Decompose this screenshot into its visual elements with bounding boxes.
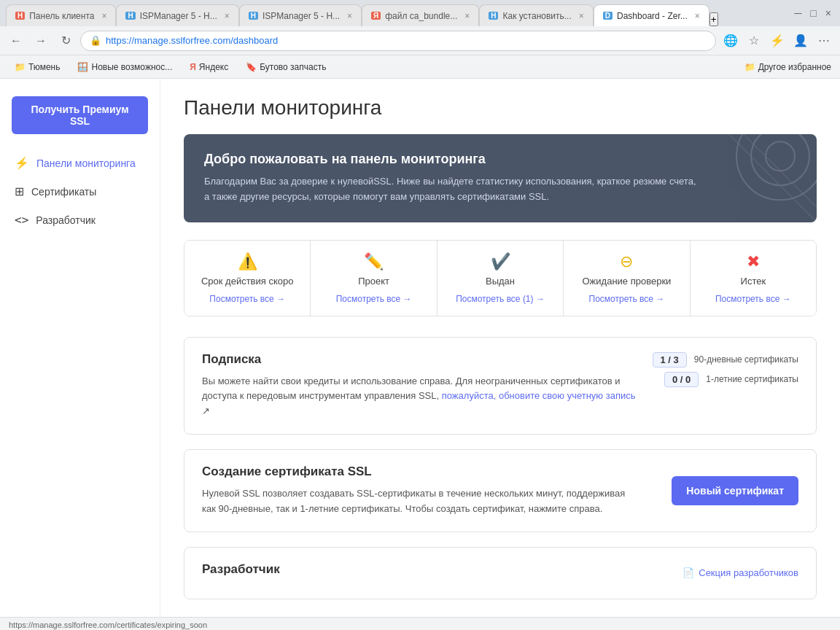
tab-close-6[interactable]: × bbox=[695, 11, 700, 21]
bookmark-novye[interactable]: 🪟 Новые возможнос... bbox=[71, 61, 178, 74]
minimize-button[interactable]: ─ bbox=[791, 7, 804, 19]
stat-card-expiring: ⚠️ Срок действия скоро Посмотреть все → … bbox=[184, 241, 311, 316]
developer-title: Разработчик bbox=[202, 562, 280, 577]
project-link[interactable]: Посмотреть все → bbox=[336, 294, 412, 304]
account-button[interactable]: 👤 bbox=[790, 31, 811, 51]
welcome-banner: Добро пожаловать на панель мониторинга Б… bbox=[184, 134, 817, 222]
developer-icon: <> bbox=[15, 213, 28, 227]
create-cert-section: Создание сертификата SSL Нулевой SSL поз… bbox=[184, 449, 817, 532]
create-cert-text: Нулевой SSL позволяет создавать SSL-серт… bbox=[202, 486, 639, 517]
refresh-button[interactable]: ↻ bbox=[55, 31, 76, 51]
cert-count-90day: 1 / 3 bbox=[653, 352, 687, 368]
sidebar-label-certificates: Сертификаты bbox=[31, 186, 96, 198]
pending-link[interactable]: Посмотреть все → bbox=[589, 294, 665, 304]
subscription-link-icon: ↗ bbox=[202, 405, 210, 416]
tab-close-4[interactable]: × bbox=[464, 11, 470, 21]
status-url: https://manage.sslforfree.com/certificat… bbox=[9, 621, 207, 629]
bookmark-label-4: Бутово запчасть bbox=[260, 62, 326, 72]
subscription-upgrade-link[interactable]: пожалуйста, обновите свою учетную запись bbox=[442, 390, 636, 401]
cert-count-row-1year: 0 / 0 1-летние сертификаты bbox=[653, 372, 798, 387]
tab-close-5[interactable]: × bbox=[579, 11, 584, 21]
bookmark-label-3: Яндекс bbox=[199, 62, 228, 72]
expiring-label: Срок действия скоро bbox=[193, 276, 301, 287]
menu-button[interactable]: ⋯ bbox=[814, 31, 834, 51]
stat-card-expired: ✖ Истек Посмотреть все → bbox=[691, 241, 816, 316]
lock-icon: 🔒 bbox=[90, 35, 101, 46]
stat-card-pending: ⊖ Ожидание проверки Посмотреть все → bbox=[564, 241, 690, 316]
window-controls: ─ □ × bbox=[791, 7, 834, 19]
sidebar-label-developer: Разработчик bbox=[36, 214, 96, 226]
sidebar-item-certificates[interactable]: ⊞ Сертификаты bbox=[0, 177, 160, 206]
browser-tab-4[interactable]: Я файл ca_bundle... × bbox=[362, 4, 479, 26]
page-wrapper: Получить Премиум SSL ⚡ Панели мониторинг… bbox=[0, 79, 840, 617]
developer-link-icon: 📄 bbox=[682, 567, 694, 578]
issued-link[interactable]: Посмотреть все (1) → bbox=[456, 294, 545, 304]
pending-label: Ожидание проверки bbox=[572, 276, 680, 287]
sidebar: Получить Премиум SSL ⚡ Панели мониторинг… bbox=[0, 79, 160, 617]
bookmark-folder-icon-1: 📁 bbox=[15, 62, 26, 72]
status-bar: https://manage.sslforfree.com/certificat… bbox=[0, 617, 840, 630]
bookmark-label-2: Новые возможнос... bbox=[91, 62, 172, 72]
premium-ssl-button[interactable]: Получить Премиум SSL bbox=[12, 96, 148, 134]
browser-chrome: H Панель клиента × H ISPManager 5 - Н...… bbox=[0, 0, 840, 79]
dashboard-icon: ⚡ bbox=[15, 156, 29, 170]
cert-count-1year-label: 1-летние сертификаты bbox=[706, 374, 798, 384]
issued-icon: ✔️ bbox=[446, 252, 554, 271]
forward-button[interactable]: → bbox=[31, 31, 51, 51]
bookmark-tyumen[interactable]: 📁 Тюмень bbox=[9, 61, 66, 74]
tab-favicon-4: Я bbox=[371, 12, 381, 20]
bookmarks-right[interactable]: 📁 Другое избранное bbox=[744, 62, 831, 72]
sidebar-item-dashboard[interactable]: ⚡ Панели мониторинга bbox=[0, 149, 160, 177]
sidebar-item-developer[interactable]: <> Разработчик bbox=[0, 206, 160, 234]
bookmark-button[interactable]: ☆ bbox=[744, 31, 764, 51]
sidebar-label-dashboard: Панели мониторинга bbox=[36, 158, 136, 169]
bookmark-yandex[interactable]: Я Яндекс bbox=[184, 61, 234, 74]
browser-toolbar: ← → ↻ 🔒 https://manage.sslforfree.com/da… bbox=[0, 26, 840, 55]
bookmark-icon-2: 🪟 bbox=[77, 62, 88, 72]
address-input[interactable]: https://manage.sslforfree.com/dashboard bbox=[106, 35, 707, 46]
tab-favicon-6: D bbox=[603, 12, 612, 20]
project-icon: ✏️ bbox=[319, 252, 427, 271]
tab-close-1[interactable]: × bbox=[101, 11, 106, 21]
tab-label-1: Панель клиента bbox=[29, 11, 94, 21]
browser-tab-5[interactable]: H Как установить... × bbox=[479, 4, 594, 26]
browser-tab-3[interactable]: H ISPManager 5 - Н... × bbox=[239, 4, 362, 26]
banner-text: Благодарим Вас за доверие к нулевойSSL. … bbox=[204, 174, 700, 205]
subscription-text: Вы можете найти свои кредиты и использов… bbox=[202, 374, 639, 419]
tab-label-4: файл ca_bundle... bbox=[385, 11, 457, 21]
developer-section: Разработчик 📄 Секция разработчиков bbox=[184, 547, 817, 599]
cert-count-row-90: 1 / 3 90-дневные сертификаты bbox=[653, 352, 798, 368]
page-title: Панели мониторинга bbox=[184, 96, 817, 120]
extensions-button[interactable]: ⚡ bbox=[767, 31, 788, 51]
tab-favicon-5: H bbox=[489, 12, 498, 20]
tab-label-2: ISPManager 5 - Н... bbox=[140, 11, 217, 21]
expired-link[interactable]: Посмотреть все → bbox=[715, 294, 791, 304]
developer-link[interactable]: 📄 Секция разработчиков bbox=[682, 567, 798, 578]
create-cert-content: Создание сертификата SSL Нулевой SSL поз… bbox=[202, 464, 639, 517]
browser-tab-1[interactable]: H Панель клиента × bbox=[6, 4, 116, 26]
main-content: Панели мониторинга Добро пожаловать на п… bbox=[160, 79, 840, 617]
expired-icon: ✖ bbox=[699, 252, 807, 271]
tab-label-6: Dashboard - Zer... bbox=[617, 11, 688, 21]
svg-point-2 bbox=[766, 141, 795, 171]
tab-close-3[interactable]: × bbox=[347, 11, 352, 21]
back-button[interactable]: ← bbox=[6, 31, 26, 51]
tab-close-2[interactable]: × bbox=[225, 11, 230, 21]
maximize-button[interactable]: □ bbox=[807, 7, 819, 19]
new-tab-button[interactable]: + bbox=[709, 12, 718, 26]
bookmark-butovo[interactable]: 🔖 Бутово запчасть bbox=[240, 61, 332, 74]
new-certificate-button[interactable]: Новый сертификат bbox=[672, 476, 798, 505]
close-button[interactable]: × bbox=[822, 7, 834, 19]
tab-favicon-2: H bbox=[125, 12, 135, 20]
certificates-icon: ⊞ bbox=[15, 184, 24, 198]
developer-link-label: Секция разработчиков bbox=[699, 567, 798, 578]
create-cert-title: Создание сертификата SSL bbox=[202, 464, 639, 479]
expiring-link[interactable]: Посмотреть все → bbox=[209, 294, 285, 304]
translate-button[interactable]: 🌐 bbox=[720, 31, 741, 51]
browser-tab-2[interactable]: H ISPManager 5 - Н... × bbox=[116, 4, 238, 26]
cert-count-1year: 0 / 0 bbox=[664, 372, 699, 387]
bookmark-icon-3: Я bbox=[190, 62, 196, 72]
browser-tab-6[interactable]: D Dashboard - Zer... × bbox=[594, 4, 709, 26]
bookmarks-right-label: 📁 Другое избранное bbox=[744, 62, 831, 72]
address-bar[interactable]: 🔒 https://manage.sslforfree.com/dashboar… bbox=[80, 31, 716, 51]
